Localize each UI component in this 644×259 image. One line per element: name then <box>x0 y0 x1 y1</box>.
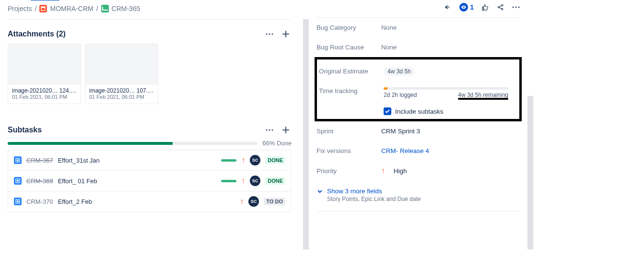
priority-icon: ↑ <box>241 156 245 164</box>
attachment-time: 01 Feb 2021, 06:01 PM <box>12 94 77 100</box>
sprint-label: Sprint <box>316 128 381 135</box>
subtask-title: Effort_2 Feb <box>58 198 235 205</box>
attachment-name: image-2021020… 107.png <box>89 87 154 94</box>
show-more-description: Story Points, Epic Link and Due date <box>316 196 520 212</box>
svg-point-17 <box>502 9 503 10</box>
subtask-progress-bar <box>221 180 236 182</box>
original-estimate-label: Original Estimate <box>319 68 384 75</box>
assignee-avatar[interactable]: SC <box>248 196 259 207</box>
svg-point-16 <box>502 5 503 6</box>
add-attachment-button[interactable] <box>280 28 292 40</box>
svg-point-15 <box>498 7 500 8</box>
status-lozenge[interactable]: TO DO <box>264 198 285 205</box>
sprint-value[interactable]: CRM Sprint 3 <box>381 128 520 135</box>
share-button[interactable] <box>497 3 504 11</box>
svg-rect-13 <box>17 200 19 202</box>
attachment-preview <box>85 44 158 85</box>
priority-icon: ↑ <box>241 177 245 185</box>
subtask-row[interactable]: CRM-367 Effort_31st Jan ↑ SC DONE <box>8 150 291 171</box>
scrollbar-left-indicator[interactable] <box>303 19 309 249</box>
bug-root-cause-label: Bug Root Cause <box>316 44 381 51</box>
svg-point-18 <box>512 6 514 8</box>
subtask-key[interactable]: CRM-369 <box>26 177 53 185</box>
time-remaining-value: 4w 3d 5h remaining <box>458 92 508 98</box>
priority-high-icon: ↑ <box>381 166 385 175</box>
vote-button[interactable] <box>481 3 489 11</box>
attachments-heading: Attachments (2) <box>8 30 66 38</box>
svg-point-14 <box>463 7 464 8</box>
time-tracking-bar[interactable] <box>384 87 508 90</box>
subtasks-more-button[interactable] <box>264 124 275 136</box>
give-feedback-button[interactable] <box>444 3 452 11</box>
svg-point-7 <box>271 129 273 130</box>
fix-versions-label: Fix versions <box>316 147 381 154</box>
attachment-name: image-2021020… 124.png <box>12 87 77 94</box>
assignee-avatar[interactable]: SC <box>250 155 260 165</box>
subtask-row[interactable]: CRM-370 Effort_2 Feb ↑ SC TO DO <box>8 191 291 212</box>
bug-category-label: Bug Category <box>316 24 381 31</box>
story-icon <box>101 5 109 12</box>
assignee-avatar[interactable]: SC <box>250 176 260 186</box>
watch-button[interactable]: 1 <box>459 3 474 12</box>
time-tracking-label: Time tracking <box>319 87 384 94</box>
more-actions-button[interactable] <box>512 6 520 8</box>
breadcrumb: Projects / MOMRA-CRM / CRM-365 <box>8 5 292 20</box>
svg-point-2 <box>266 33 267 35</box>
watch-count: 1 <box>470 3 474 11</box>
original-estimate-value[interactable]: 4w 3d 5h <box>384 67 415 76</box>
svg-point-4 <box>271 33 273 35</box>
attachment-card[interactable]: image-2021020… 107.png 01 Feb 2021, 06:0… <box>85 44 158 104</box>
svg-rect-1 <box>41 7 45 8</box>
subtask-key[interactable]: CRM-367 <box>26 157 53 164</box>
svg-point-3 <box>269 33 270 35</box>
subtasks-heading: Subtasks <box>8 126 42 134</box>
priority-icon: ↑ <box>240 198 244 205</box>
subtask-type-icon <box>14 177 22 185</box>
subtask-key[interactable]: CRM-370 <box>26 198 53 205</box>
attachment-preview <box>8 44 81 85</box>
svg-point-19 <box>515 6 516 8</box>
subtask-type-icon <box>14 156 22 164</box>
subtask-progress-bar <box>221 159 236 162</box>
time-logged-value: 2d 2h logged <box>384 92 417 98</box>
priority-label: Priority <box>316 167 381 175</box>
subtask-title: Effort_ 01 Feb <box>58 177 217 185</box>
svg-rect-9 <box>17 159 19 161</box>
scrollbar-right-indicator[interactable] <box>527 96 533 249</box>
svg-point-6 <box>269 129 270 130</box>
breadcrumb-issue[interactable]: CRM-365 <box>112 5 141 12</box>
attachments-more-button[interactable] <box>264 28 275 40</box>
svg-point-20 <box>518 6 519 8</box>
bug-category-value[interactable]: None <box>381 24 520 31</box>
subtasks-progress-bar <box>8 142 258 145</box>
add-subtask-button[interactable] <box>280 124 292 136</box>
status-lozenge[interactable]: DONE <box>265 177 285 185</box>
breadcrumb-project[interactable]: MOMRA-CRM <box>50 5 93 12</box>
status-lozenge[interactable]: DONE <box>265 156 285 164</box>
bug-root-cause-value[interactable]: None <box>381 44 520 51</box>
subtask-row[interactable]: CRM-369 Effort_ 01 Feb ↑ SC DONE <box>8 171 291 191</box>
include-subtasks-label: Include subtasks <box>395 108 444 115</box>
subtasks-progress-label: 66% Done <box>262 140 292 147</box>
subtask-type-icon <box>14 198 22 205</box>
project-icon <box>39 5 47 12</box>
attachment-time: 01 Feb 2021, 06:01 PM <box>89 94 154 100</box>
breadcrumb-projects[interactable]: Projects <box>8 5 32 12</box>
fix-versions-value[interactable]: CRM- Release 4 <box>381 147 520 154</box>
svg-point-5 <box>266 129 267 130</box>
attachment-card[interactable]: image-2021020… 124.png 01 Feb 2021, 06:0… <box>8 44 81 104</box>
include-subtasks-checkbox[interactable] <box>384 107 391 115</box>
priority-value[interactable]: ↑ High <box>381 167 520 175</box>
subtask-title: Effort_31st Jan <box>58 157 217 164</box>
svg-rect-11 <box>17 180 19 182</box>
show-more-fields-button[interactable]: Show 3 more fields <box>316 181 520 196</box>
